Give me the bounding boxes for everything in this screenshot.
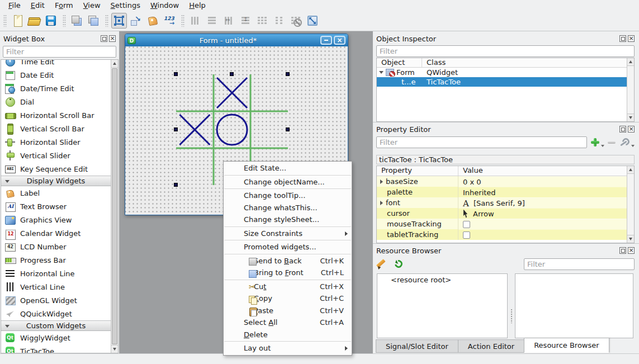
property-row[interactable]: paletteInherited — [377, 187, 627, 197]
widget-item[interactable]: Graphics View — [1, 213, 111, 226]
object-tree-row[interactable]: FormQWidget — [377, 68, 627, 77]
selection-handle[interactable] — [174, 72, 178, 76]
widget-item[interactable]: OpenGL Widget — [1, 294, 111, 307]
context-menu-item[interactable]: Promoted widgets... — [224, 241, 352, 253]
widget-list-scrollbar[interactable] — [111, 60, 118, 353]
selection-handle[interactable] — [174, 127, 178, 131]
property-table-scrollbar[interactable] — [627, 166, 634, 243]
context-menu-item[interactable]: Lay out — [224, 342, 352, 354]
edit-tab-order-button[interactable] — [162, 13, 177, 29]
column-header-property[interactable]: Property — [377, 166, 458, 176]
resource-files-pane[interactable] — [515, 273, 633, 338]
add-dynamic-property-icon[interactable] — [590, 138, 600, 148]
context-menu-item[interactable]: Delete — [224, 329, 352, 341]
widget-item[interactable]: Time Edit — [1, 59, 111, 68]
context-menu-item[interactable]: Edit State... — [224, 162, 352, 174]
scrollbar-thumb[interactable] — [112, 68, 117, 344]
scroll-up-icon[interactable] — [111, 60, 118, 68]
close-icon[interactable] — [628, 247, 635, 254]
property-row[interactable]: mouseTracking — [377, 219, 627, 229]
widget-item[interactable]: LCD Number — [1, 240, 111, 253]
float-icon[interactable] — [619, 35, 626, 42]
menu-file[interactable]: File — [3, 1, 26, 11]
scroll-up-icon[interactable] — [627, 58, 634, 66]
save-form-button[interactable] — [43, 13, 59, 29]
section-header-custom-widgets[interactable]: Custom Widgets — [1, 320, 111, 331]
selection-handle[interactable] — [174, 183, 178, 187]
menu-view[interactable]: View — [78, 1, 106, 11]
scroll-down-icon[interactable] — [627, 114, 634, 121]
widget-item[interactable]: WigglyWidget — [1, 331, 111, 344]
property-row[interactable]: tabletTracking — [377, 229, 627, 240]
object-inspector-filter-input[interactable] — [376, 45, 635, 57]
section-header-display-widgets[interactable]: Display Widgets — [1, 176, 111, 186]
widget-item[interactable]: Vertical Slider — [1, 149, 111, 162]
menu-edit[interactable]: Edit — [26, 1, 50, 11]
edit-resources-icon[interactable] — [376, 258, 389, 270]
resource-tree-pane[interactable]: <resource root> — [377, 273, 508, 338]
menu-settings[interactable]: Settings — [106, 1, 145, 11]
tab-signal-slot-editor[interactable]: Signal/Slot Editor — [376, 339, 458, 353]
reload-icon[interactable] — [393, 258, 404, 270]
property-value-cell[interactable]: 0 x 0 — [458, 176, 627, 187]
bring-to-front-button[interactable] — [86, 13, 101, 29]
splitter-handle[interactable] — [510, 309, 513, 323]
selection-handle[interactable] — [230, 72, 234, 76]
property-value-cell[interactable]: [Sans Serif, 9] — [458, 197, 627, 208]
widget-item[interactable]: Dial — [1, 95, 111, 108]
property-row[interactable]: cursorArrow — [377, 208, 627, 219]
float-icon[interactable] — [619, 126, 626, 133]
adjust-size-button[interactable] — [305, 13, 320, 29]
minimize-button[interactable] — [320, 36, 332, 45]
scroll-down-icon[interactable] — [627, 235, 634, 243]
resource-browser-filter-input[interactable] — [524, 258, 635, 270]
widget-item[interactable]: Text Browser — [1, 200, 111, 213]
object-tree-scrollbar[interactable] — [627, 58, 634, 121]
form-window-titlebar[interactable]: Form - untitled* × — [125, 34, 348, 46]
scroll-up-icon[interactable] — [627, 166, 634, 174]
send-to-back-button[interactable] — [69, 13, 84, 29]
menu-form[interactable]: Form — [50, 1, 78, 11]
resource-root-item[interactable]: <resource root> — [391, 276, 451, 284]
widget-item[interactable]: Calendar Widget — [1, 226, 111, 240]
property-value-cell[interactable]: Inherited — [458, 187, 627, 197]
context-menu-item[interactable]: CopyCtrl+C — [224, 292, 352, 305]
widget-item[interactable]: Horizontal Slider — [1, 135, 111, 149]
chevron-right-icon[interactable] — [380, 201, 383, 205]
close-icon[interactable] — [628, 35, 635, 42]
menu-window[interactable]: Window — [145, 1, 184, 11]
chevron-down-icon[interactable] — [379, 71, 384, 74]
widget-item[interactable]: Horizontal Scroll Bar — [1, 108, 111, 122]
context-menu-item[interactable]: Select AllCtrl+A — [224, 316, 352, 329]
open-form-button[interactable] — [26, 13, 42, 29]
widget-item[interactable]: Progress Bar — [1, 253, 111, 267]
widget-item[interactable]: Horizontal Line — [1, 267, 111, 280]
property-row[interactable]: font[Sans Serif, 9] — [377, 197, 627, 208]
close-button[interactable]: × — [334, 36, 345, 45]
column-header-object[interactable]: Object — [377, 58, 422, 67]
new-form-button[interactable] — [10, 13, 25, 29]
widget-item[interactable]: Label — [1, 186, 111, 200]
property-value-cell[interactable] — [458, 229, 627, 240]
close-icon[interactable] — [628, 126, 635, 133]
menu-help[interactable]: Help — [184, 1, 211, 11]
widget-item[interactable]: Vertical Scroll Bar — [1, 122, 111, 135]
tab-action-editor[interactable]: Action Editor — [458, 339, 524, 353]
edit-buddies-button[interactable] — [145, 13, 160, 29]
context-menu-item[interactable]: Change objectName... — [224, 176, 352, 188]
selection-handle[interactable] — [286, 72, 290, 76]
context-menu-item[interactable]: Send to BackCtrl+K — [224, 255, 352, 267]
close-icon[interactable] — [109, 35, 116, 42]
edit-widgets-button[interactable] — [111, 13, 127, 29]
property-editor-filter-input[interactable] — [376, 136, 587, 148]
scroll-down-icon[interactable] — [111, 345, 118, 353]
context-menu-item[interactable]: Change whatsThis... — [224, 202, 352, 214]
column-header-class[interactable]: Class — [422, 58, 627, 67]
widget-item[interactable]: TicTacToe — [1, 344, 111, 353]
float-icon[interactable] — [101, 35, 107, 42]
tab-resource-browser[interactable]: Resource Browser — [524, 338, 609, 353]
context-menu-item[interactable]: Change styleSheet... — [224, 214, 352, 226]
context-menu-item[interactable]: CutCtrl+X — [224, 281, 352, 293]
float-icon[interactable] — [619, 247, 626, 254]
edit-signals-slots-button[interactable] — [128, 13, 144, 29]
